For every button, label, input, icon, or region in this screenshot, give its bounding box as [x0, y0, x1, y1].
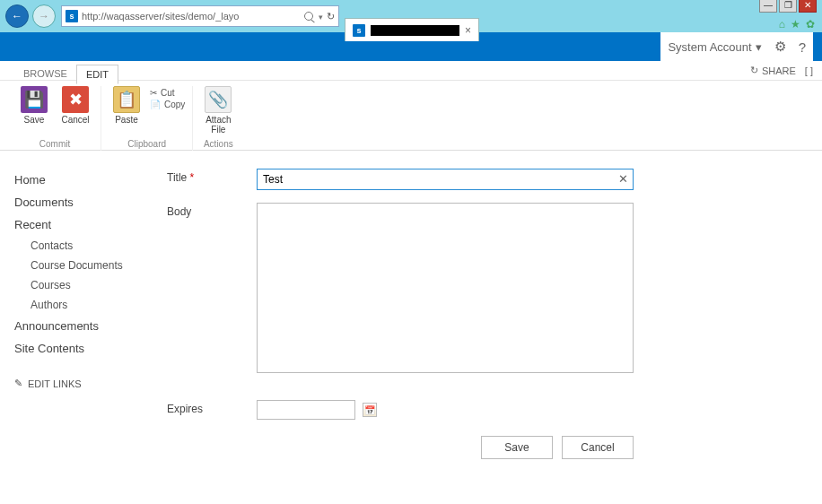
cancel-label: Cancel — [61, 115, 89, 125]
cancel-button[interactable]: Cancel — [562, 436, 634, 459]
account-label: System Account — [668, 40, 751, 54]
ribbon-group-clipboard: 📋 Paste ✂ Cut 📄 Copy Clipboard — [101, 86, 193, 151]
tools-icon[interactable]: ✿ — [806, 18, 815, 30]
share-icon: ↻ — [750, 65, 758, 76]
refresh-icon[interactable]: ↻ — [327, 11, 335, 22]
body-label: Body — [167, 203, 257, 218]
ribbon-group-commit: 💾 Save ✖ Cancel Commit — [9, 86, 101, 151]
ribbon-tabs: BROWSE EDIT — [14, 65, 118, 84]
nav-recent[interactable]: Recent — [14, 213, 167, 236]
group-commit-label: Commit — [39, 139, 70, 151]
save-ribbon-button[interactable]: 💾 Save — [16, 86, 52, 125]
edit-links-label: EDIT LINKS — [28, 378, 82, 389]
nav-back-button[interactable]: ← — [5, 4, 29, 28]
nav-documents[interactable]: Documents — [14, 191, 167, 213]
search-icon[interactable] — [304, 12, 313, 21]
attach-file-button[interactable]: 📎 Attach File — [200, 86, 236, 135]
cut-label: Cut — [161, 88, 175, 98]
form-area: Title * ✕ Body Expires 📅 Save Cancel — [167, 169, 634, 459]
cancel-ribbon-button[interactable]: ✖ Cancel — [57, 86, 93, 125]
nav-authors[interactable]: Authors — [14, 295, 167, 315]
site-favicon-icon: s — [66, 10, 78, 22]
clear-title-icon[interactable]: ✕ — [618, 172, 628, 186]
cancel-icon: ✖ — [62, 86, 89, 113]
date-picker-icon[interactable]: 📅 — [363, 403, 377, 417]
browser-chrome: — ❐ ✕ ⌂ ★ ✿ ← → s http://waqasserver/sit… — [0, 0, 822, 32]
copy-label: Copy — [164, 100, 185, 109]
url-text: http://waqasserver/sites/demo/_layo — [82, 11, 304, 22]
ribbon: 💾 Save ✖ Cancel Commit 📋 Paste ✂ Cut � — [0, 81, 822, 151]
attach-label: Attach File — [200, 115, 236, 135]
share-label: SHARE — [762, 65, 796, 76]
group-clipboard-label: Clipboard — [127, 139, 166, 151]
help-icon[interactable]: ? — [799, 39, 806, 55]
tab-favicon-icon: s — [353, 24, 365, 37]
chrome-icons: ⌂ ★ ✿ — [779, 18, 815, 30]
paste-label: Paste — [115, 115, 138, 125]
body-textarea[interactable] — [257, 203, 634, 373]
chevron-down-icon: ▾ — [756, 40, 762, 54]
form-buttons: Save Cancel — [167, 436, 634, 459]
window-close-button[interactable]: ✕ — [799, 0, 817, 13]
save-button[interactable]: Save — [481, 436, 553, 459]
window-minimize-button[interactable]: — — [759, 0, 777, 13]
gear-icon[interactable]: ⚙ — [774, 39, 786, 55]
favorites-icon[interactable]: ★ — [791, 18, 800, 30]
save-icon: 💾 — [21, 86, 48, 113]
paste-button[interactable]: 📋 Paste — [109, 86, 144, 125]
tab-title — [371, 25, 459, 36]
tab-strip: s × — [345, 0, 479, 32]
browser-tab[interactable]: s × — [345, 18, 479, 41]
tab-close-icon[interactable]: × — [465, 24, 471, 37]
left-nav: Home Documents Recent Contacts Course Do… — [14, 169, 167, 459]
expires-label: Expires — [167, 400, 257, 415]
nav-site-contents[interactable]: Site Contents — [14, 337, 167, 360]
focus-button[interactable]: [ ] — [805, 65, 813, 76]
group-actions-label: Actions — [204, 139, 233, 151]
pencil-icon: ✎ — [14, 378, 22, 389]
required-indicator: * — [190, 171, 195, 184]
edit-links-button[interactable]: ✎ EDIT LINKS — [14, 378, 167, 389]
title-label: Title * — [167, 169, 257, 184]
share-button[interactable]: ↻ SHARE — [750, 65, 796, 76]
attach-file-icon: 📎 — [205, 86, 232, 113]
search-dropdown-icon[interactable] — [317, 11, 323, 22]
ribbon-group-actions: 📎 Attach File Actions — [193, 86, 243, 151]
paste-icon: 📋 — [113, 86, 140, 113]
nav-contacts[interactable]: Contacts — [14, 236, 167, 256]
account-menu[interactable]: System Account ▾ — [668, 40, 761, 54]
window-maximize-button[interactable]: ❐ — [779, 0, 797, 13]
nav-forward-button[interactable]: → — [32, 4, 56, 28]
copy-button[interactable]: 📄 Copy — [150, 100, 185, 109]
nav-courses[interactable]: Courses — [14, 275, 167, 295]
tab-edit[interactable]: EDIT — [76, 65, 118, 84]
tab-browse[interactable]: BROWSE — [14, 65, 76, 84]
nav-home[interactable]: Home — [14, 169, 167, 191]
window-controls: — ❐ ✕ — [759, 0, 817, 13]
copy-icon: 📄 — [150, 100, 161, 109]
cut-button[interactable]: ✂ Cut — [150, 88, 185, 98]
title-input[interactable] — [257, 169, 634, 190]
share-bar: ↻ SHARE [ ] — [0, 61, 822, 81]
main-content: Home Documents Recent Contacts Course Do… — [0, 151, 822, 477]
scissors-icon: ✂ — [150, 88, 157, 98]
expires-input[interactable] — [257, 400, 355, 420]
save-label: Save — [24, 115, 45, 125]
address-bar[interactable]: s http://waqasserver/sites/demo/_layo ↻ — [61, 5, 339, 27]
home-icon[interactable]: ⌂ — [779, 18, 785, 30]
nav-course-documents[interactable]: Course Documents — [14, 256, 167, 275]
nav-announcements[interactable]: Announcements — [14, 315, 167, 337]
